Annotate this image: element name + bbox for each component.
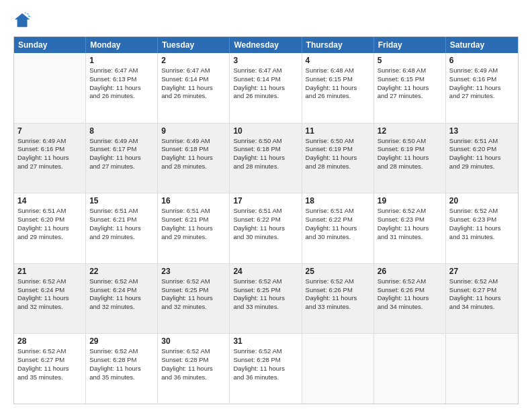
day-number: 13 [449,126,515,136]
day-number: 9 [161,126,226,136]
cell-info: Sunrise: 6:51 AM Sunset: 6:20 PM Dayligh… [449,137,515,171]
calendar-row: 21Sunrise: 6:52 AM Sunset: 6:24 PM Dayli… [14,264,518,334]
calendar-header-cell: Friday [374,37,446,53]
calendar-cell: 12Sunrise: 6:50 AM Sunset: 6:19 PM Dayli… [374,124,446,193]
calendar-cell: 24Sunrise: 6:52 AM Sunset: 6:25 PM Dayli… [230,264,302,334]
day-number: 11 [306,126,370,136]
day-number: 2 [161,56,226,65]
day-number: 24 [233,267,298,276]
day-number: 7 [17,126,82,136]
calendar-cell [14,53,86,123]
day-number: 23 [161,267,226,276]
cell-info: Sunrise: 6:52 AM Sunset: 6:26 PM Dayligh… [306,277,370,312]
calendar-row: 28Sunrise: 6:52 AM Sunset: 6:27 PM Dayli… [14,334,518,404]
cell-info: Sunrise: 6:47 AM Sunset: 6:14 PM Dayligh… [233,66,298,101]
calendar-cell: 16Sunrise: 6:51 AM Sunset: 6:21 PM Dayli… [158,193,230,263]
day-number: 18 [306,196,370,205]
calendar-cell: 26Sunrise: 6:52 AM Sunset: 6:26 PM Dayli… [374,264,446,334]
day-number: 10 [233,126,298,136]
day-number: 20 [449,196,515,205]
calendar-header-cell: Monday [86,37,158,53]
day-number: 12 [378,126,442,136]
cell-info: Sunrise: 6:52 AM Sunset: 6:23 PM Dayligh… [378,207,442,241]
calendar-cell: 23Sunrise: 6:52 AM Sunset: 6:25 PM Dayli… [158,264,230,334]
cell-info: Sunrise: 6:50 AM Sunset: 6:18 PM Dayligh… [233,137,298,171]
cell-info: Sunrise: 6:52 AM Sunset: 6:27 PM Dayligh… [449,277,515,312]
calendar-cell: 4Sunrise: 6:48 AM Sunset: 6:15 PM Daylig… [302,53,374,123]
calendar-header-cell: Saturday [446,37,518,53]
cell-info: Sunrise: 6:52 AM Sunset: 6:27 PM Dayligh… [17,347,82,381]
logo [13,11,35,30]
cell-info: Sunrise: 6:51 AM Sunset: 6:22 PM Dayligh… [233,207,298,241]
cell-info: Sunrise: 6:52 AM Sunset: 6:28 PM Dayligh… [161,347,226,381]
calendar-cell: 6Sunrise: 6:49 AM Sunset: 6:16 PM Daylig… [446,53,518,123]
day-number: 4 [306,56,370,65]
day-number: 29 [89,336,154,346]
cell-info: Sunrise: 6:47 AM Sunset: 6:14 PM Dayligh… [161,66,226,101]
calendar-cell [374,334,446,404]
day-number: 3 [233,56,298,65]
cell-info: Sunrise: 6:52 AM Sunset: 6:23 PM Dayligh… [449,207,515,241]
calendar-cell [302,334,374,404]
calendar-cell: 29Sunrise: 6:52 AM Sunset: 6:28 PM Dayli… [86,334,158,404]
page: SundayMondayTuesdayWednesdayThursdayFrid… [0,0,532,411]
calendar-header-cell: Sunday [14,37,86,53]
day-number: 8 [89,126,154,136]
calendar-cell: 22Sunrise: 6:52 AM Sunset: 6:24 PM Dayli… [86,264,158,334]
cell-info: Sunrise: 6:52 AM Sunset: 6:25 PM Dayligh… [161,277,226,312]
calendar-cell: 10Sunrise: 6:50 AM Sunset: 6:18 PM Dayli… [230,124,302,193]
cell-info: Sunrise: 6:51 AM Sunset: 6:21 PM Dayligh… [89,207,154,241]
cell-info: Sunrise: 6:52 AM Sunset: 6:26 PM Dayligh… [378,277,442,312]
calendar-body: 1Sunrise: 6:47 AM Sunset: 6:13 PM Daylig… [14,53,518,404]
day-number: 14 [17,196,82,205]
calendar-cell: 5Sunrise: 6:48 AM Sunset: 6:15 PM Daylig… [374,53,446,123]
calendar-cell: 8Sunrise: 6:49 AM Sunset: 6:17 PM Daylig… [86,124,158,193]
calendar-header-cell: Thursday [302,37,374,53]
day-number: 26 [378,267,442,276]
calendar-cell: 21Sunrise: 6:52 AM Sunset: 6:24 PM Dayli… [14,264,86,334]
cell-info: Sunrise: 6:52 AM Sunset: 6:28 PM Dayligh… [233,347,298,381]
day-number: 19 [378,196,442,205]
cell-info: Sunrise: 6:49 AM Sunset: 6:17 PM Dayligh… [89,137,154,171]
calendar-cell: 1Sunrise: 6:47 AM Sunset: 6:13 PM Daylig… [86,53,158,123]
calendar-cell: 11Sunrise: 6:50 AM Sunset: 6:19 PM Dayli… [302,124,374,193]
cell-info: Sunrise: 6:48 AM Sunset: 6:15 PM Dayligh… [306,66,370,101]
calendar-cell: 17Sunrise: 6:51 AM Sunset: 6:22 PM Dayli… [230,193,302,263]
day-number: 17 [233,196,298,205]
header [13,11,519,30]
day-number: 27 [449,267,515,276]
cell-info: Sunrise: 6:52 AM Sunset: 6:24 PM Dayligh… [89,277,154,312]
day-number: 22 [89,267,154,276]
day-number: 1 [89,56,154,65]
calendar-header-cell: Tuesday [158,37,230,53]
day-number: 21 [17,267,82,276]
calendar-row: 14Sunrise: 6:51 AM Sunset: 6:20 PM Dayli… [14,193,518,264]
calendar-cell: 9Sunrise: 6:49 AM Sunset: 6:18 PM Daylig… [158,124,230,193]
cell-info: Sunrise: 6:49 AM Sunset: 6:18 PM Dayligh… [161,137,226,171]
day-number: 25 [306,267,370,276]
cell-info: Sunrise: 6:52 AM Sunset: 6:25 PM Dayligh… [233,277,298,312]
calendar-cell: 2Sunrise: 6:47 AM Sunset: 6:14 PM Daylig… [158,53,230,123]
cell-info: Sunrise: 6:52 AM Sunset: 6:24 PM Dayligh… [17,277,82,312]
cell-info: Sunrise: 6:49 AM Sunset: 6:16 PM Dayligh… [449,66,515,101]
calendar-cell: 18Sunrise: 6:51 AM Sunset: 6:22 PM Dayli… [302,193,374,263]
calendar-cell: 15Sunrise: 6:51 AM Sunset: 6:21 PM Dayli… [86,193,158,263]
calendar-cell: 20Sunrise: 6:52 AM Sunset: 6:23 PM Dayli… [446,193,518,263]
cell-info: Sunrise: 6:51 AM Sunset: 6:22 PM Dayligh… [306,207,370,241]
day-number: 6 [449,56,515,65]
calendar-cell: 28Sunrise: 6:52 AM Sunset: 6:27 PM Dayli… [14,334,86,404]
cell-info: Sunrise: 6:51 AM Sunset: 6:21 PM Dayligh… [161,207,226,241]
calendar-cell: 30Sunrise: 6:52 AM Sunset: 6:28 PM Dayli… [158,334,230,404]
cell-info: Sunrise: 6:47 AM Sunset: 6:13 PM Dayligh… [89,66,154,101]
calendar-row: 7Sunrise: 6:49 AM Sunset: 6:16 PM Daylig… [14,124,518,194]
cell-info: Sunrise: 6:50 AM Sunset: 6:19 PM Dayligh… [378,137,442,171]
calendar-header-cell: Wednesday [230,37,302,53]
calendar-cell: 14Sunrise: 6:51 AM Sunset: 6:20 PM Dayli… [14,193,86,263]
calendar-cell: 13Sunrise: 6:51 AM Sunset: 6:20 PM Dayli… [446,124,518,193]
calendar-cell [446,334,518,404]
day-number: 28 [17,336,82,346]
cell-info: Sunrise: 6:50 AM Sunset: 6:19 PM Dayligh… [306,137,370,171]
calendar-cell: 31Sunrise: 6:52 AM Sunset: 6:28 PM Dayli… [230,334,302,404]
calendar-cell: 7Sunrise: 6:49 AM Sunset: 6:16 PM Daylig… [14,124,86,193]
day-number: 30 [161,336,226,346]
